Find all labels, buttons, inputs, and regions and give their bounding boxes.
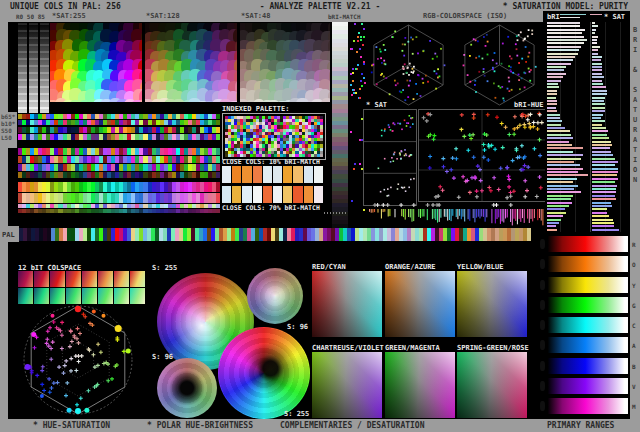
sat-bar [592,130,608,132]
bri-dot [354,23,356,25]
rgb-colorspace-title: RGB-COLORSPACE (ISO) [423,12,507,20]
sorted-strip [18,204,220,208]
hue-map-sat-255 [50,23,142,102]
strip-cell [216,182,220,192]
bri-bar [547,117,560,119]
sat-bar [592,22,595,24]
close-color-swatch [304,166,313,183]
bri-bar [547,29,585,31]
sat-bar [592,178,618,180]
bri-dot [353,40,355,42]
palette-analyzer-window: UNIQUE COLS IN PAL: 256 - ANALYZE PALETT… [0,0,640,432]
grid-line [620,22,621,232]
rgb-cube-iso-left-svg [364,23,453,107]
bri-bar [547,151,573,153]
complementary-panel [385,352,455,418]
sat-bar [592,151,611,153]
bri-bar [547,103,557,105]
sat-bar [592,66,602,68]
sat-bar [592,215,609,217]
hue-histogram-svg [368,202,546,228]
bri-dot [351,94,353,96]
bri-bar [547,158,581,160]
close-color-swatch [253,166,262,183]
sat-bar [592,229,619,231]
bri-bar [547,161,574,163]
strip-cell [216,164,220,171]
bri-bar [547,225,556,227]
sorted-strip [18,156,220,163]
primary-range-letter: B [632,363,636,370]
pal-cell [527,228,531,241]
bri-bar [547,154,583,156]
primary-range-strip [546,398,628,414]
strip-cell [216,204,220,208]
bri-bar [547,53,578,55]
close-color-swatch [263,186,272,203]
header-deco-line-cyan [560,14,586,15]
sat-bar [592,158,615,160]
sat-bar [592,144,612,146]
close-color-swatch [273,166,282,183]
close-cols-10-label: CLOSE COLS: 10% bRI-MATCH [222,159,320,166]
sat-bar [592,168,618,170]
bri-bar [547,147,583,149]
strip-cell [216,148,220,155]
bri-dot [363,209,365,211]
primary-range-letter: O [632,261,636,268]
sat-bar [592,222,614,224]
sat-bar [592,63,602,65]
gray-ramp-labels: R0 50 85 [16,13,45,20]
primary-range-strip [546,337,628,353]
color-cell [321,98,330,102]
bri-bar [547,69,564,71]
primary-range-strip [546,317,628,333]
polar-s255-label-1: S: 255 [152,264,177,272]
sat-bar [592,90,607,92]
close-color-swatch [263,166,272,183]
colspace-tile [34,271,49,287]
primary-range-letter: C [632,322,636,329]
close-color-swatch [283,166,292,183]
bri-bar [547,191,581,193]
close-color-swatch [293,166,302,183]
sat-bar [592,154,613,156]
bri-bar [547,181,573,183]
close-color-swatch [314,186,323,203]
sorted-strip [18,148,220,155]
close-color-swatch [222,166,231,183]
sorted-strip [18,182,220,192]
bri-bar [547,205,569,207]
sat-bar [592,174,617,176]
bri-dot [352,89,354,91]
complementary-label: CHARTREUSE/VIOLET [312,344,384,352]
sat-bar [592,53,598,55]
bri-dot [360,56,362,58]
bri-dot [357,40,359,42]
bri-dot [359,88,361,90]
saturation-model-label: * SATURATION MODEL: PURITY [503,2,628,11]
bri-dot [351,48,353,50]
bri-dot [359,48,361,50]
sat-header-label: * SAT [604,13,625,21]
sat-bar [592,76,604,78]
colspace-tile [130,271,145,287]
primary-range-notch [540,361,545,371]
sat-bar [592,107,605,109]
color-cell [296,98,309,102]
polar-wheel-s255-bottom [218,327,310,419]
bri-bar [547,137,573,139]
primary-range-notch [540,259,545,269]
strip-cell [216,134,220,140]
bri-bar [547,42,584,44]
bri-bar [547,174,588,176]
sat-bar [592,100,604,102]
bri-bar [547,49,579,51]
bri-bar [547,93,557,95]
polar-s96-label-1: S: 96 [287,323,308,331]
sat-bar [592,181,615,183]
bri-bar [547,222,559,224]
primary-range-letter: R [632,241,636,248]
complementary-panel [312,271,382,337]
complementary-label: GREEN/MAGENTA [385,344,440,352]
